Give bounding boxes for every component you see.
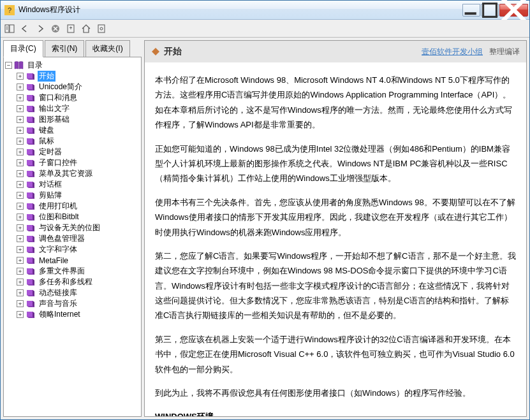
- expand-icon[interactable]: +: [17, 159, 24, 166]
- paragraph: 使用本书有三个先决条件。首先，您应该从使用者的角度熟悉Windows 98。不要…: [155, 195, 516, 240]
- expand-icon[interactable]: +: [17, 170, 24, 177]
- expand-icon[interactable]: +: [17, 203, 24, 210]
- tree-item[interactable]: +多任务和多线程: [5, 277, 140, 287]
- expand-icon[interactable]: +: [17, 181, 24, 188]
- expand-icon[interactable]: +: [17, 83, 24, 91]
- tree-item[interactable]: +对话框: [5, 179, 140, 190]
- tree-item[interactable]: +图形基础: [5, 114, 140, 125]
- expand-icon[interactable]: +: [17, 192, 24, 199]
- tree-item[interactable]: +动态链接库: [5, 287, 140, 298]
- tree-item[interactable]: +鼠标: [5, 136, 140, 147]
- tree-item-label: 位图和Bitblt: [38, 212, 80, 222]
- book-icon: [26, 83, 36, 91]
- expand-icon[interactable]: +: [17, 73, 24, 80]
- toc-tree[interactable]: − 目录 +开始+Unicode简介+窗口和消息+输出文字+图形基础+键盘+鼠标…: [3, 57, 142, 417]
- expand-icon[interactable]: +: [17, 257, 24, 264]
- tree-item[interactable]: +菜单及其它资源: [5, 168, 140, 179]
- book-icon: [26, 115, 36, 124]
- tab-favorites[interactable]: 收藏夹(I): [85, 40, 129, 57]
- window-title: Windows程序设计: [18, 4, 462, 15]
- book-icon: [26, 191, 36, 199]
- expand-icon[interactable]: +: [17, 148, 24, 156]
- tab-index[interactable]: 索引(N): [45, 40, 85, 57]
- tab-contents[interactable]: 目录(C): [3, 40, 43, 57]
- tree-item-label: MetaFile: [38, 256, 70, 265]
- tree-item-label: Unicode简介: [38, 82, 84, 92]
- titlebar[interactable]: ? Windows程序设计: [1, 1, 529, 20]
- paragraph: 到此为止，我将不再假设您具有任何图形使用者接口（如Windows）的程序写作经验…: [155, 386, 516, 400]
- expand-icon[interactable]: +: [17, 127, 24, 134]
- tree-item[interactable]: +与设备无关的位图: [5, 222, 140, 233]
- refresh-icon[interactable]: [64, 22, 77, 35]
- tree-item-label: 文字和字体: [38, 244, 78, 255]
- book-icon: [26, 180, 36, 189]
- paragraph: 第三，您应该在机器上安装一个适于进行Windows程序设计的32位C语言编译器和…: [155, 332, 516, 377]
- maximize-button[interactable]: [481, 4, 499, 17]
- hide-nav-icon[interactable]: [3, 22, 16, 35]
- tree-item-label: 调色盘管理器: [38, 233, 86, 244]
- expand-icon[interactable]: +: [17, 116, 24, 123]
- expand-icon[interactable]: +: [17, 246, 24, 253]
- tree-item[interactable]: +开始: [5, 71, 140, 82]
- tree-item[interactable]: +键盘: [5, 125, 140, 136]
- expand-icon[interactable]: +: [17, 289, 24, 296]
- tree-item[interactable]: +位图和Bitblt: [5, 212, 140, 222]
- collapse-icon[interactable]: −: [5, 62, 12, 69]
- window-controls: [462, 4, 528, 17]
- tree-item[interactable]: +声音与音乐: [5, 298, 140, 309]
- tree-item[interactable]: +剪贴簿: [5, 190, 140, 201]
- expand-icon[interactable]: +: [17, 235, 24, 242]
- expand-icon[interactable]: +: [17, 224, 24, 231]
- back-icon[interactable]: [18, 22, 31, 35]
- tree-item[interactable]: +定时器: [5, 147, 140, 157]
- tree-item-label: 开始: [38, 71, 55, 82]
- tree-item[interactable]: +领略Internet: [5, 309, 140, 320]
- tree-item-label: 多重文件界面: [38, 266, 86, 277]
- svg-point-11: [100, 27, 103, 30]
- expand-icon[interactable]: +: [17, 268, 24, 275]
- stop-icon[interactable]: [49, 22, 62, 35]
- expand-icon[interactable]: +: [17, 279, 24, 286]
- tree-item-label: 键盘: [38, 125, 55, 136]
- options-icon[interactable]: [95, 22, 108, 35]
- tree-item[interactable]: +窗口和消息: [5, 92, 140, 103]
- tree-item-label: 图形基础: [38, 114, 71, 125]
- book-icon: [26, 245, 36, 254]
- expand-icon[interactable]: +: [17, 214, 24, 221]
- tree-item[interactable]: +子窗口控件: [5, 157, 140, 168]
- section-heading: WINDOWS环境: [155, 409, 516, 416]
- close-button[interactable]: [499, 4, 528, 17]
- sidebar: 目录(C) 索引(N) 收藏夹(I) − 目录 +开始+Unicode简介+窗口…: [1, 38, 144, 419]
- home-icon[interactable]: [80, 22, 92, 35]
- tree-item[interactable]: +MetaFile: [5, 255, 140, 266]
- tree-item-label: 领略Internet: [38, 309, 82, 320]
- book-icon: [26, 310, 36, 319]
- tree-item-label: 与设备无关的位图: [38, 222, 101, 233]
- tree-item[interactable]: +文字和字体: [5, 244, 140, 255]
- tree-root[interactable]: − 目录: [5, 60, 140, 71]
- tree-item-label: 鼠标: [38, 136, 55, 147]
- tree-item[interactable]: +使用打印机: [5, 201, 140, 212]
- book-icon: [26, 224, 36, 232]
- book-icon: [26, 289, 36, 297]
- minimize-button[interactable]: [462, 4, 480, 17]
- app-icon: ?: [4, 5, 15, 15]
- expand-icon[interactable]: +: [17, 94, 24, 101]
- tree-root-label: 目录: [26, 60, 44, 71]
- tree-item-label: 多任务和多线程: [38, 277, 94, 287]
- expand-icon[interactable]: +: [17, 105, 24, 112]
- expand-icon[interactable]: +: [17, 300, 24, 307]
- content-body[interactable]: 本书介绍了在Microsoft Windows 98、Microsoft Win…: [145, 62, 526, 416]
- paragraph: 正如您可能知道的，Windows 98已成为使用Intel 32位微处理器（例如…: [155, 141, 516, 186]
- tree-item[interactable]: +Unicode简介: [5, 82, 140, 92]
- tree-item[interactable]: +输出文字: [5, 103, 140, 114]
- expand-icon[interactable]: +: [17, 311, 24, 318]
- svg-rect-5: [10, 25, 14, 33]
- forward-icon[interactable]: [34, 22, 47, 35]
- book-icon: [26, 170, 36, 178]
- book-icon: [26, 72, 36, 80]
- link-group[interactable]: 壹佰软件开发小组: [422, 47, 483, 57]
- tree-item[interactable]: +多重文件界面: [5, 266, 140, 277]
- tree-item[interactable]: +调色盘管理器: [5, 233, 140, 244]
- expand-icon[interactable]: +: [17, 138, 24, 145]
